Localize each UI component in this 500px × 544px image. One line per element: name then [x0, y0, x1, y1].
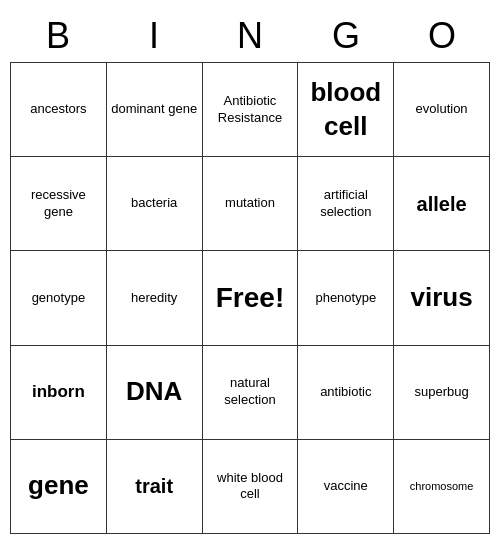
cell-r1-c0: recessive gene [11, 157, 107, 251]
cell-r3-c0: inborn [11, 346, 107, 440]
letter-g: G [332, 15, 360, 57]
cell-text-r3-c4: superbug [414, 384, 468, 401]
cell-text-r2-c4: virus [411, 281, 473, 315]
cell-text-r2-c2: Free! [216, 280, 284, 316]
cell-r0-c1: dominant gene [107, 63, 203, 157]
cell-text-r0-c3: blood cell [302, 76, 389, 144]
cell-text-r1-c2: mutation [225, 195, 275, 212]
cell-r3-c2: natural selection [203, 346, 299, 440]
cell-text-r1-c3: artificial selection [302, 187, 389, 221]
header-g: G [298, 10, 394, 62]
cell-text-r3-c2: natural selection [207, 375, 294, 409]
letter-n: N [237, 15, 263, 57]
cell-text-r3-c3: antibiotic [320, 384, 371, 401]
cell-r3-c1: DNA [107, 346, 203, 440]
cell-r4-c2: white blood cell [203, 440, 299, 534]
cell-r3-c4: superbug [394, 346, 490, 440]
cell-r3-c3: antibiotic [298, 346, 394, 440]
cell-r0-c0: ancestors [11, 63, 107, 157]
cell-r1-c1: bacteria [107, 157, 203, 251]
bingo-card: B I N G O ancestorsdominant geneAntibiot… [10, 10, 490, 534]
cell-text-r4-c2: white blood cell [207, 470, 294, 504]
cell-text-r4-c0: gene [28, 469, 89, 503]
cell-r2-c1: heredity [107, 251, 203, 345]
cell-r2-c2: Free! [203, 251, 299, 345]
cell-r0-c4: evolution [394, 63, 490, 157]
cell-text-r4-c3: vaccine [324, 478, 368, 495]
header-b: B [10, 10, 106, 62]
letter-i: I [149, 15, 159, 57]
cell-r4-c4: chromosome [394, 440, 490, 534]
cell-r1-c4: allele [394, 157, 490, 251]
cell-text-r1-c1: bacteria [131, 195, 177, 212]
cell-text-r2-c3: phenotype [315, 290, 376, 307]
cell-text-r0-c2: Antibiotic Resistance [207, 93, 294, 127]
cell-r2-c3: phenotype [298, 251, 394, 345]
cell-r4-c3: vaccine [298, 440, 394, 534]
cell-text-r2-c1: heredity [131, 290, 177, 307]
cell-r1-c2: mutation [203, 157, 299, 251]
cell-r2-c0: genotype [11, 251, 107, 345]
bingo-header: B I N G O [10, 10, 490, 62]
cell-text-r4-c4: chromosome [410, 479, 474, 493]
cell-r2-c4: virus [394, 251, 490, 345]
cell-text-r0-c1: dominant gene [111, 101, 197, 118]
cell-text-r0-c0: ancestors [30, 101, 86, 118]
letter-o: O [428, 15, 456, 57]
header-n: N [202, 10, 298, 62]
cell-text-r0-c4: evolution [416, 101, 468, 118]
header-i: I [106, 10, 202, 62]
cell-text-r2-c0: genotype [32, 290, 86, 307]
cell-text-r1-c4: allele [417, 191, 467, 217]
cell-r1-c3: artificial selection [298, 157, 394, 251]
cell-text-r4-c1: trait [135, 473, 173, 499]
cell-r0-c3: blood cell [298, 63, 394, 157]
cell-r4-c1: trait [107, 440, 203, 534]
cell-r0-c2: Antibiotic Resistance [203, 63, 299, 157]
bingo-grid: ancestorsdominant geneAntibiotic Resista… [10, 62, 490, 534]
cell-text-r3-c0: inborn [32, 381, 85, 403]
letter-b: B [46, 15, 70, 57]
cell-text-r1-c0: recessive gene [15, 187, 102, 221]
header-o: O [394, 10, 490, 62]
cell-text-r3-c1: DNA [126, 375, 182, 409]
cell-r4-c0: gene [11, 440, 107, 534]
